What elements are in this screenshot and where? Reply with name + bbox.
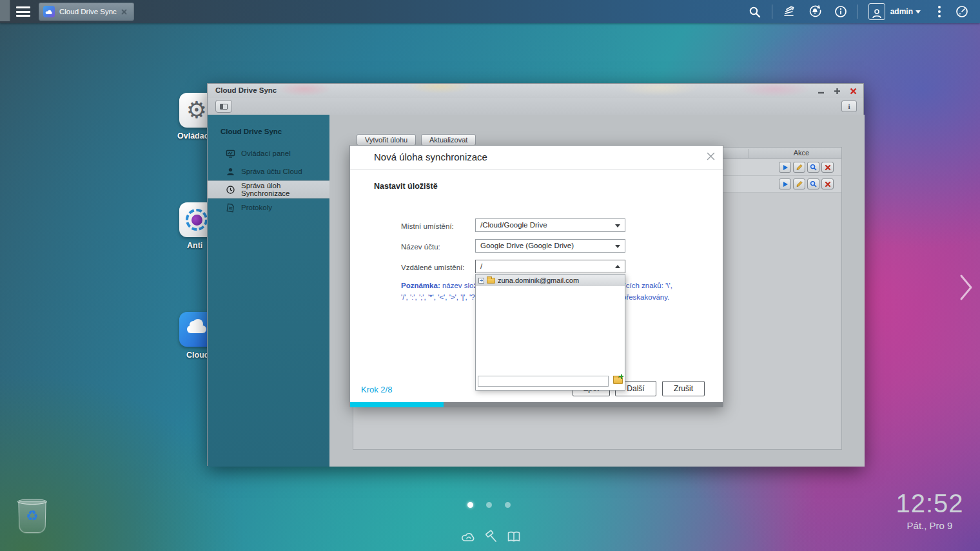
cloud-icon	[187, 325, 206, 333]
account-name-label: Název účtu:	[401, 243, 440, 251]
run-task-button[interactable]	[779, 179, 791, 189]
new-folder-icon	[613, 377, 623, 384]
dashboard-icon	[226, 149, 235, 159]
notifications-icon[interactable]	[802, 0, 828, 23]
desktop-pager	[467, 502, 511, 508]
panel-icon	[220, 104, 228, 110]
cancel-button[interactable]: Zrušit	[662, 381, 705, 396]
dialog-title: Nová úloha synchronizace	[374, 151, 487, 162]
clock-time: 12:52	[891, 490, 968, 516]
delete-task-button[interactable]	[821, 179, 834, 189]
view-task-button[interactable]	[807, 162, 819, 173]
chevron-down-icon	[615, 224, 620, 227]
background-tasks-icon[interactable]	[776, 0, 802, 23]
sidebar-item-logs[interactable]: Protokoly	[208, 198, 329, 217]
close-window-button[interactable]	[848, 86, 858, 96]
clock-date: Pát., Pro 9	[891, 520, 968, 531]
local-location-select[interactable]: /Cloud/Google Drive	[475, 218, 625, 232]
new-sync-task-dialog: Nová úloha synchronizace Nastavit úložiš…	[349, 145, 723, 407]
new-folder-name-input[interactable]	[478, 376, 609, 387]
help-book-icon[interactable]	[505, 528, 522, 545]
create-folder-button[interactable]	[612, 375, 624, 386]
note-line2-right: přeskakovány.	[622, 293, 669, 301]
more-options-icon[interactable]	[930, 6, 949, 17]
chevron-down-icon	[916, 10, 921, 14]
desktop-icon-label: Anti	[187, 241, 207, 250]
dialog-section-title: Nastavit úložiště	[374, 182, 438, 191]
wizard-step-label: Krok 2/8	[361, 385, 392, 394]
logs-icon	[226, 203, 235, 213]
chevron-up-icon	[615, 265, 620, 268]
info-icon[interactable]	[828, 0, 854, 23]
user-icon	[226, 167, 235, 177]
wizard-progress-bar	[350, 402, 723, 407]
note-line1-right: jících znaků: '\',	[622, 282, 672, 289]
actions-column-header: Akce	[769, 149, 834, 157]
delete-task-button[interactable]	[821, 162, 834, 173]
folder-icon	[487, 278, 495, 284]
window-title: Cloud Drive Sync	[215, 86, 277, 94]
remote-location-select[interactable]: /	[475, 260, 625, 273]
sidebar-item-dashboard[interactable]: Ovládací panel	[208, 144, 329, 162]
taskbar-tab-cloud-drive-sync[interactable]: Cloud Drive Sync	[39, 3, 134, 21]
sidebar-item-cloud-account[interactable]: Správa účtu Cloud	[208, 162, 329, 180]
sidebar-toggle-button[interactable]	[215, 100, 232, 113]
tree-item-account-root[interactable]: zuna.dominik@gmail.com	[476, 275, 625, 286]
sidebar-item-label: Správa účtu Cloud	[241, 168, 302, 175]
desktop-dock	[460, 528, 522, 545]
remote-folder-dropdown: zuna.dominik@gmail.com	[475, 274, 625, 391]
maximize-button[interactable]	[832, 86, 842, 96]
desktop-icon-label: Cloud	[186, 351, 207, 360]
minimize-button[interactable]	[816, 86, 826, 96]
sidebar-item-label: Ovládací panel	[241, 150, 291, 157]
expand-icon[interactable]	[478, 278, 484, 284]
sidebar-item-sync-jobs[interactable]: Správa úloh Synchronizace	[208, 180, 329, 198]
edit-task-button[interactable]	[793, 162, 805, 173]
sync-clock-icon	[226, 185, 235, 195]
myqnapcloud-icon[interactable]	[460, 528, 477, 545]
gear-icon: ⚙	[186, 99, 207, 122]
window-sidebar: Cloud Drive Sync Ovládací panel Správa ú…	[208, 115, 329, 467]
local-location-label: Místní umístění:	[401, 222, 454, 230]
next-page-chevron[interactable]	[959, 273, 974, 304]
create-task-button[interactable]: Vytvořit úlohu	[357, 134, 416, 146]
dashboard-gauge-icon[interactable]	[949, 0, 975, 23]
taskbar: Cloud Drive Sync admin	[0, 0, 980, 23]
window-titlebar[interactable]: Cloud Drive Sync	[208, 84, 863, 98]
chevron-down-icon	[615, 245, 620, 248]
edit-task-button[interactable]	[793, 179, 805, 189]
cloud-drive-sync-app-icon	[43, 6, 55, 17]
sync-ring-icon	[186, 209, 208, 231]
tab-close-icon[interactable]	[121, 6, 127, 17]
pager-dot-2[interactable]	[486, 502, 492, 508]
remote-location-label: Vzdálené umístění:	[401, 264, 464, 271]
main-menu-icon[interactable]	[16, 6, 30, 17]
view-task-button[interactable]	[807, 179, 819, 189]
user-avatar-icon[interactable]	[868, 3, 885, 20]
refresh-button[interactable]: Aktualizovat	[421, 134, 476, 146]
cloud-drive-sync-window: Cloud Drive Sync i Cloud Drive Sync Ovlá…	[207, 83, 864, 466]
sidebar-item-label: Protokoly	[241, 204, 272, 211]
search-icon[interactable]	[742, 0, 768, 23]
sidebar-item-label: Správa úloh Synchronizace	[241, 182, 329, 197]
pager-dot-1[interactable]	[467, 502, 473, 508]
desktop-clock: 12:52 Pát., Pro 9	[891, 490, 968, 531]
user-menu-label[interactable]: admin	[890, 7, 913, 16]
recycle-bin[interactable]: ♻	[17, 499, 48, 535]
utilities-icon[interactable]	[483, 528, 500, 545]
dialog-close-icon[interactable]	[705, 150, 716, 162]
tree-item-label: zuna.dominik@gmail.com	[498, 276, 579, 284]
pager-dot-3[interactable]	[505, 502, 511, 508]
taskbar-corner	[0, 0, 10, 21]
tab-label: Cloud Drive Sync	[59, 8, 117, 15]
run-task-button[interactable]	[779, 162, 791, 173]
account-name-select[interactable]: Google Drive (Google Drive)	[475, 239, 625, 253]
sidebar-header: Cloud Drive Sync	[220, 128, 282, 135]
window-toolbar: i	[208, 98, 863, 115]
desktop: ⚙ Ovládac Anti Cloud 12:52 Pát., Pro 9	[0, 0, 980, 551]
recycle-icon: ♻	[17, 508, 48, 524]
about-button[interactable]: i	[841, 101, 857, 112]
